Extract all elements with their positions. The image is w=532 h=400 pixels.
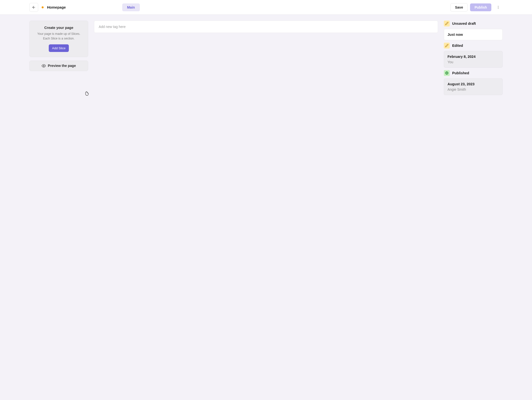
tag-input[interactable] bbox=[99, 25, 433, 29]
header-left: Homepage bbox=[29, 3, 66, 12]
header-right: Save Publish bbox=[450, 3, 503, 12]
create-page-card: Create your page Your page is made up of… bbox=[29, 21, 88, 57]
status-dot-icon bbox=[42, 6, 44, 8]
right-column: Unsaved draft Just now Edited February 8… bbox=[444, 21, 503, 95]
center-column bbox=[94, 21, 438, 33]
published-by: Angie Smith bbox=[447, 88, 499, 91]
unsaved-draft-header: Unsaved draft bbox=[444, 21, 503, 26]
globe-icon bbox=[444, 70, 450, 76]
header-tabs: Main bbox=[122, 3, 140, 11]
arrow-left-icon bbox=[32, 5, 36, 9]
eye-icon bbox=[42, 64, 46, 68]
tag-input-container bbox=[94, 21, 438, 33]
create-description: Your page is made up of Slices. Each Sli… bbox=[34, 32, 84, 41]
edited-label: Edited bbox=[452, 44, 463, 48]
pencil-icon bbox=[444, 21, 450, 26]
more-vertical-icon bbox=[496, 5, 500, 9]
published-header: Published bbox=[444, 70, 503, 76]
tab-main[interactable]: Main bbox=[122, 3, 140, 11]
add-slice-button[interactable]: Add Slice bbox=[49, 44, 69, 52]
edited-header: Edited bbox=[444, 43, 503, 49]
pencil-icon bbox=[444, 43, 450, 49]
edited-by: You bbox=[447, 60, 499, 64]
published-date: August 23, 2023 bbox=[447, 82, 499, 86]
published-card[interactable]: August 23, 2023 Angie Smith bbox=[444, 78, 503, 95]
back-button[interactable] bbox=[29, 3, 38, 12]
page-title: Homepage bbox=[47, 5, 66, 9]
left-column: Create your page Your page is made up of… bbox=[29, 21, 88, 71]
svg-point-4 bbox=[43, 65, 44, 66]
more-menu-button[interactable] bbox=[494, 3, 503, 12]
unsaved-draft-label: Unsaved draft bbox=[452, 22, 476, 25]
svg-point-1 bbox=[498, 6, 498, 6]
edited-date: February 8, 2024 bbox=[447, 55, 499, 59]
preview-label: Preview the page bbox=[48, 64, 76, 68]
preview-page-button[interactable]: Preview the page bbox=[29, 61, 88, 71]
svg-point-3 bbox=[498, 8, 498, 9]
published-label: Published bbox=[452, 71, 469, 75]
publish-button[interactable]: Publish bbox=[470, 3, 491, 11]
svg-point-2 bbox=[498, 7, 498, 7]
create-title: Create your page bbox=[34, 26, 84, 30]
content: Create your page Your page is made up of… bbox=[0, 15, 532, 101]
save-button[interactable]: Save bbox=[450, 3, 468, 12]
draft-time: Just now bbox=[447, 33, 499, 37]
header: Homepage Main Save Publish bbox=[0, 0, 532, 15]
edited-card[interactable]: February 8, 2024 You bbox=[444, 51, 503, 68]
draft-card[interactable]: Just now bbox=[444, 29, 503, 40]
